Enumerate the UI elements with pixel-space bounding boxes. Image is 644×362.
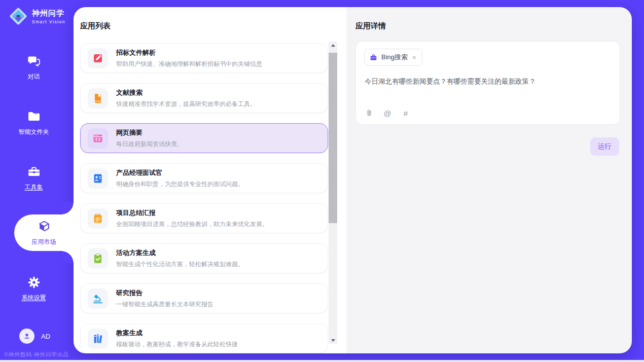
app-list-scrollbar[interactable] xyxy=(329,42,337,344)
app-card-name: 网页摘要 xyxy=(116,128,183,137)
folder-icon xyxy=(26,109,42,124)
app-card[interactable]: 文献搜索 快速精准查找学术资源，提高研究效率的必备工具。 xyxy=(80,83,328,113)
app-card-description: 模板驱动，教案秒成，教学准备从此轻松快捷 xyxy=(116,340,238,349)
tool-tag-label: Bing搜索 xyxy=(381,53,408,62)
app-list-title: 应用列表 xyxy=(80,21,111,31)
avatar xyxy=(19,329,34,344)
app-list-section: 应用列表 招标文件解析 帮助用户快速、准确地理解和解析招标书中的关键信息 xyxy=(74,7,346,353)
book-icon xyxy=(88,88,108,108)
app-card-name: 招标文件解析 xyxy=(116,48,262,57)
app-detail-title: 应用详情 xyxy=(355,21,386,31)
person-icon xyxy=(22,332,31,341)
app-card-name: 产品经理面试官 xyxy=(116,168,244,177)
sidebar-item[interactable]: 应用市场 xyxy=(14,214,74,251)
scrollbar-thumb[interactable] xyxy=(329,53,337,223)
brand-name: 神州问学 xyxy=(32,9,65,18)
app-card-name: 文献搜索 xyxy=(116,88,256,97)
sidebar-item[interactable]: 系统设置 xyxy=(0,261,74,316)
chat-icon xyxy=(26,54,42,69)
app-card-name: 教案生成 xyxy=(116,329,238,338)
prompt-card: Bing搜索 × 今日湖北有哪些新闻要点？有哪些需要关注的最新政策？ @ # xyxy=(355,41,620,125)
app-card-description: 一键智能生成高质量长文本研究报告 xyxy=(116,300,213,309)
app-card-description: 帮助用户快速、准确地理解和解析招标书中的关键信息 xyxy=(116,60,262,68)
hash-icon[interactable]: # xyxy=(401,108,410,118)
paperclip-icon[interactable] xyxy=(365,108,374,118)
app-card[interactable]: 研究报告 一键智能生成高质量长文本研究报告 xyxy=(80,283,328,313)
app-detail-section: 应用详情 Bing搜索 × 今日湖北有哪些新闻要点？有哪些需要关注的最新政策？ xyxy=(346,7,632,353)
at-icon[interactable]: @ xyxy=(383,108,392,118)
user-account[interactable]: AD xyxy=(19,329,50,344)
sidebar-item-label: 智能文件夹 xyxy=(19,128,49,136)
app-card-description: 明确身份和职责，为您提供专业性的面试问题。 xyxy=(116,180,244,189)
scroll-down-icon[interactable] xyxy=(329,337,337,344)
microscope-icon xyxy=(88,288,108,309)
app-card-description: 每日政府新闻资讯快查。 xyxy=(116,140,183,149)
app-card-name: 活动方案生成 xyxy=(116,248,244,258)
input-toolbar: @ # xyxy=(365,108,410,118)
clipboard-check-icon xyxy=(88,248,108,269)
books-icon xyxy=(88,329,108,349)
app-card-name: 项目总结汇报 xyxy=(116,208,268,218)
sidebar-item[interactable]: 工具集 xyxy=(0,150,74,205)
app-card-description: 快速精准查找学术资源，提高研究效率的必备工具。 xyxy=(116,100,256,108)
interview-icon xyxy=(88,168,108,189)
close-icon[interactable]: × xyxy=(412,54,417,61)
cube-icon xyxy=(37,219,52,234)
app-card-description: 智能生成个性化活动方案，轻松解决规划难题。 xyxy=(116,260,244,269)
sidebar-item-label: 工具集 xyxy=(25,183,43,192)
doc-edit-icon xyxy=(88,48,108,68)
briefcase-icon xyxy=(370,54,377,61)
tool-tag-bing-search[interactable]: Bing搜索 × xyxy=(364,49,422,66)
copyright-text: ©神州数码·神州问学出品 xyxy=(4,351,69,358)
sidebar-item[interactable]: 智能文件夹 xyxy=(0,95,74,150)
brand-logo: 神州问学 Smart Vision xyxy=(8,6,65,26)
sidebar-item-label: 系统设置 xyxy=(22,294,46,302)
gear-icon xyxy=(26,275,42,290)
toolbox-icon xyxy=(26,164,42,179)
prompt-input[interactable]: 今日湖北有哪些新闻要点？有哪些需要关注的最新政策？ xyxy=(365,77,612,86)
app-card-description: 全面回顾项目进展，总结经验教训，助力未来优化发展。 xyxy=(116,220,268,229)
run-button[interactable]: 运行 xyxy=(590,137,619,156)
scroll-up-icon[interactable] xyxy=(329,42,337,49)
user-name: AD xyxy=(41,333,50,340)
diamond-logo-icon xyxy=(8,6,28,26)
sidebar: 神州问学 Smart Vision 对话 智能文件夹 工具集 xyxy=(0,0,74,362)
brand-subtitle: Smart Vision xyxy=(32,19,65,24)
app-list: 招标文件解析 帮助用户快速、准确地理解和解析招标书中的关键信息 文献搜索 快速精… xyxy=(80,43,328,353)
app-card[interactable]: 活动方案生成 智能生成个性化活动方案，轻松解决规划难题。 xyxy=(80,243,328,273)
sidebar-nav: 对话 智能文件夹 工具集 应用市场 xyxy=(0,40,74,316)
main-panel: 应用列表 招标文件解析 帮助用户快速、准确地理解和解析招标书中的关键信息 xyxy=(74,7,632,353)
app-card[interactable]: 网页摘要 每日政府新闻资讯快查。 xyxy=(80,123,328,153)
sidebar-item-label: 应用市场 xyxy=(32,238,56,246)
app-card[interactable]: 招标文件解析 帮助用户快速、准确地理解和解析招标书中的关键信息 xyxy=(80,43,328,73)
sidebar-item[interactable]: 对话 xyxy=(0,40,74,95)
notepad-icon xyxy=(88,208,108,229)
app-card[interactable]: 产品经理面试官 明确身份和职责，为您提供专业性的面试问题。 xyxy=(80,163,328,193)
sidebar-item-label: 对话 xyxy=(28,73,40,81)
app-card-name: 研究报告 xyxy=(116,288,213,298)
app-card[interactable]: 项目总结汇报 全面回顾项目进展，总结经验教训，助力未来优化发展。 xyxy=(80,203,328,233)
app-card[interactable]: 教案生成 模板驱动，教案秒成，教学准备从此轻松快捷 xyxy=(80,323,328,353)
bottom-edge-strip xyxy=(0,360,644,362)
app-root: 神州问学 Smart Vision 对话 智能文件夹 工具集 xyxy=(0,0,644,362)
browser-code-icon xyxy=(88,128,108,149)
